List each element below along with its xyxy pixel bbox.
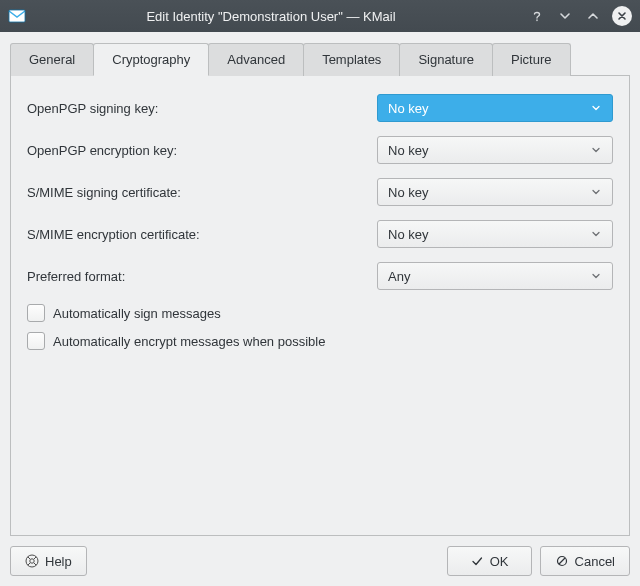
button-row: Help OK Cancel <box>10 536 630 576</box>
ok-button-label: OK <box>490 554 509 569</box>
label-auto-encrypt: Automatically encrypt messages when poss… <box>53 334 325 349</box>
check-icon <box>470 554 484 568</box>
checkbox-auto-sign[interactable] <box>27 304 45 322</box>
label-preferred-format: Preferred format: <box>27 269 377 284</box>
close-icon[interactable] <box>612 6 632 26</box>
combo-smime-encryption[interactable]: No key <box>377 220 613 248</box>
minimize-icon[interactable] <box>556 7 574 25</box>
help-button-label: Help <box>45 554 72 569</box>
row-openpgp-signing: OpenPGP signing key: No key <box>27 94 613 122</box>
label-openpgp-encryption: OpenPGP encryption key: <box>27 143 377 158</box>
row-smime-signing: S/MIME signing certificate: No key <box>27 178 613 206</box>
combo-value: Any <box>388 269 590 284</box>
tab-picture[interactable]: Picture <box>492 43 570 76</box>
label-openpgp-signing: OpenPGP signing key: <box>27 101 377 116</box>
help-titlebar-icon[interactable] <box>528 7 546 25</box>
svg-rect-0 <box>9 10 25 22</box>
combo-openpgp-encryption[interactable]: No key <box>377 136 613 164</box>
combo-preferred-format[interactable]: Any <box>377 262 613 290</box>
help-button[interactable]: Help <box>10 546 87 576</box>
row-smime-encryption: S/MIME encryption certificate: No key <box>27 220 613 248</box>
help-lifebuoy-icon <box>25 554 39 568</box>
dialog-body: General Cryptography Advanced Templates … <box>0 32 640 586</box>
tab-cryptography[interactable]: Cryptography <box>93 43 209 76</box>
window-controls <box>528 6 632 26</box>
row-openpgp-encryption: OpenPGP encryption key: No key <box>27 136 613 164</box>
cancel-button-label: Cancel <box>575 554 615 569</box>
tab-bar: General Cryptography Advanced Templates … <box>10 42 630 76</box>
row-preferred-format: Preferred format: Any <box>27 262 613 290</box>
tab-general[interactable]: General <box>10 43 94 76</box>
svg-point-2 <box>26 555 38 567</box>
combo-openpgp-signing[interactable]: No key <box>377 94 613 122</box>
combo-value: No key <box>388 185 590 200</box>
tab-signature[interactable]: Signature <box>399 43 493 76</box>
combo-smime-signing[interactable]: No key <box>377 178 613 206</box>
tab-templates[interactable]: Templates <box>303 43 400 76</box>
row-auto-encrypt: Automatically encrypt messages when poss… <box>27 332 613 350</box>
checkbox-auto-encrypt[interactable] <box>27 332 45 350</box>
chevron-down-icon <box>590 228 602 240</box>
svg-point-3 <box>30 559 34 563</box>
label-auto-sign: Automatically sign messages <box>53 306 221 321</box>
tab-advanced[interactable]: Advanced <box>208 43 304 76</box>
label-smime-encryption: S/MIME encryption certificate: <box>27 227 377 242</box>
chevron-down-icon <box>590 102 602 114</box>
maximize-icon[interactable] <box>584 7 602 25</box>
row-auto-sign: Automatically sign messages <box>27 304 613 322</box>
window-title: Edit Identity "Demonstration User" — KMa… <box>34 9 528 24</box>
kmail-app-icon <box>8 7 26 25</box>
tab-panel-cryptography: OpenPGP signing key: No key OpenPGP encr… <box>10 76 630 536</box>
cancel-button[interactable]: Cancel <box>540 546 630 576</box>
chevron-down-icon <box>590 270 602 282</box>
label-smime-signing: S/MIME signing certificate: <box>27 185 377 200</box>
combo-value: No key <box>388 101 590 116</box>
chevron-down-icon <box>590 186 602 198</box>
title-bar: Edit Identity "Demonstration User" — KMa… <box>0 0 640 32</box>
chevron-down-icon <box>590 144 602 156</box>
cancel-icon <box>555 554 569 568</box>
combo-value: No key <box>388 227 590 242</box>
combo-value: No key <box>388 143 590 158</box>
ok-button[interactable]: OK <box>447 546 532 576</box>
